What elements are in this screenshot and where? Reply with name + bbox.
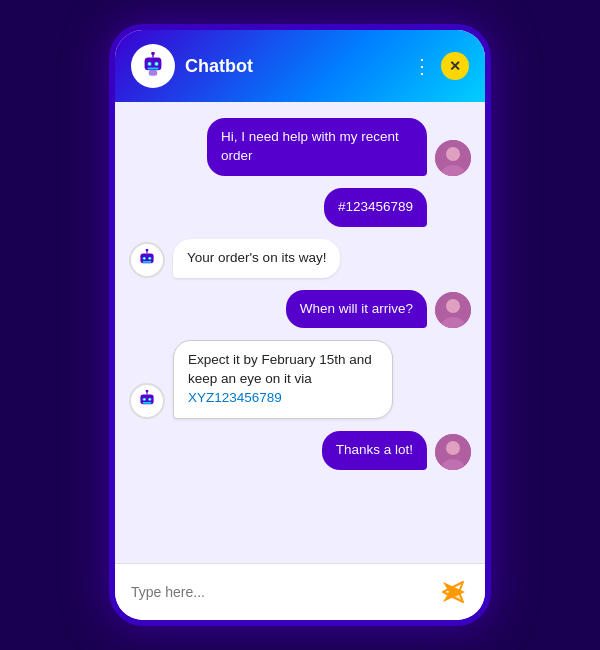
bot-avatar: [129, 383, 165, 419]
bot-bubble: Your order's on its way!: [173, 239, 340, 278]
svg-point-21: [446, 299, 460, 313]
bot-bubble-link: Expect it by February 15th and keep an e…: [173, 340, 393, 419]
user-bubble: #123456789: [324, 188, 427, 227]
chat-header: Chatbot ⋮ ✕: [115, 30, 485, 102]
user-avatar: [435, 140, 471, 176]
svg-point-18: [149, 257, 151, 259]
message-text: When will it arrive?: [300, 301, 413, 316]
svg-point-24: [146, 390, 149, 392]
message-row: Expect it by February 15th and keep an e…: [129, 340, 471, 419]
header-title: Chatbot: [185, 56, 402, 77]
send-button[interactable]: [437, 576, 469, 608]
robot-icon: [136, 249, 158, 271]
message-text: #123456789: [338, 199, 413, 214]
tracking-link[interactable]: XYZ123456789: [188, 390, 282, 405]
robot-header-icon: [139, 52, 167, 80]
user-avatar: [435, 292, 471, 328]
svg-point-6: [155, 63, 157, 65]
message-text: Your order's on its way!: [187, 250, 326, 265]
svg-point-32: [446, 441, 460, 455]
svg-rect-30: [143, 402, 152, 404]
user-bubble: Thanks a lot!: [322, 431, 427, 470]
user-avatar: [435, 434, 471, 470]
message-text: Hi, I need help with my recent order: [221, 129, 399, 163]
message-row: When will it arrive?: [129, 290, 471, 329]
svg-point-1: [151, 52, 155, 55]
svg-point-17: [143, 257, 145, 259]
message-text: Thanks a lot!: [336, 442, 413, 457]
svg-rect-19: [143, 261, 152, 263]
svg-point-13: [146, 249, 149, 251]
send-icon: [439, 578, 467, 606]
close-button[interactable]: ✕: [441, 52, 469, 80]
message-text: Expect it by February 15th and keep an e…: [188, 352, 372, 386]
chat-window: Chatbot ⋮ ✕ Hi, I need help with my rece…: [115, 30, 485, 620]
robot-icon: [136, 390, 158, 412]
svg-rect-8: [149, 70, 157, 76]
svg-point-5: [148, 63, 150, 65]
message-row: Thanks a lot!: [129, 431, 471, 470]
svg-point-10: [446, 147, 460, 161]
message-row: Your order's on its way!: [129, 239, 471, 278]
more-options-icon[interactable]: ⋮: [412, 54, 433, 78]
message-row: Hi, I need help with my recent order: [129, 118, 471, 176]
user-bubble: When will it arrive?: [286, 290, 427, 329]
svg-point-29: [149, 399, 151, 401]
chat-input[interactable]: [131, 584, 427, 600]
header-actions: ⋮ ✕: [412, 52, 469, 80]
input-area: [115, 563, 485, 620]
message-row: #123456789: [129, 188, 471, 227]
user-bubble: Hi, I need help with my recent order: [207, 118, 427, 176]
bot-header-avatar: [131, 44, 175, 88]
bot-avatar: [129, 242, 165, 278]
svg-rect-7: [147, 67, 158, 69]
svg-point-28: [143, 399, 145, 401]
chat-area: Hi, I need help with my recent order #12…: [115, 102, 485, 563]
